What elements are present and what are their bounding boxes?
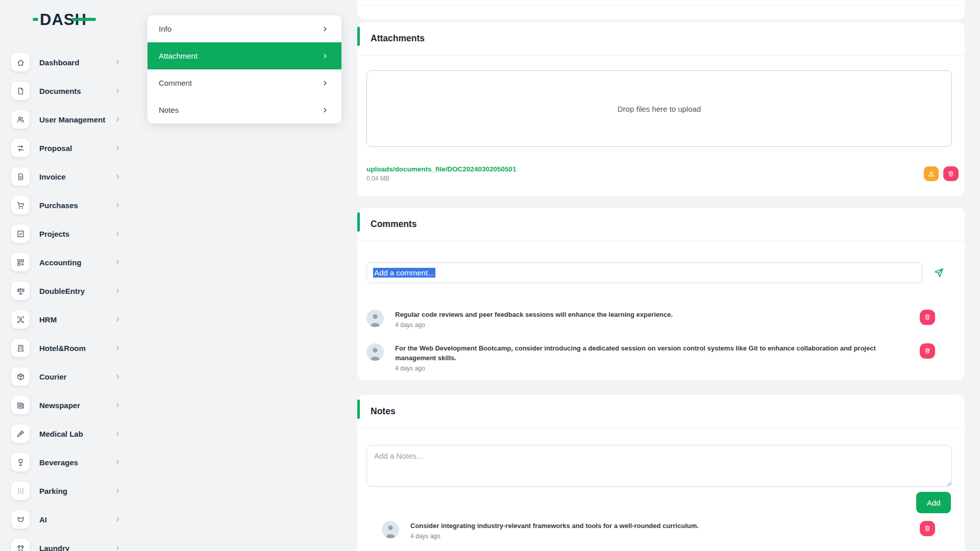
comment-time: 4 days ago xyxy=(395,321,913,329)
comment-input[interactable]: Add a comment... xyxy=(366,262,922,283)
sidebar-item-label: Purchases xyxy=(39,201,78,210)
chevron-right-icon xyxy=(322,80,328,86)
sidebar-item-label: Proposal xyxy=(39,144,72,153)
invoice-icon xyxy=(16,172,25,181)
context-menu-item[interactable]: Attachment xyxy=(148,42,341,69)
sidebar-item[interactable]: Invoice xyxy=(0,162,137,191)
delete-file-button[interactable] xyxy=(943,166,959,181)
sidebar-item[interactable]: AI xyxy=(0,505,137,534)
comment-text: Regular code reviews and peer feedback s… xyxy=(395,310,913,320)
chevron-right-icon xyxy=(115,60,120,65)
sidebar-item-label: Hotel&Room xyxy=(39,344,86,353)
sidebar-item[interactable]: Proposal xyxy=(0,134,137,162)
sidebar-item[interactable]: Laundry xyxy=(0,534,137,551)
parking-icon xyxy=(16,487,25,495)
chevron-right-icon xyxy=(115,231,120,237)
file-row: uploads/documents_file/DOC20240302050501… xyxy=(366,165,959,182)
context-menu: Info Attachment Comment Notes xyxy=(148,15,341,123)
app-logo: DASH xyxy=(33,9,87,30)
chevron-right-icon xyxy=(115,117,120,122)
chevron-right-icon xyxy=(115,374,120,380)
section-title: Comments xyxy=(371,219,416,230)
sidebar-item[interactable]: Documents xyxy=(0,77,137,105)
section-title: Notes xyxy=(371,406,396,417)
trash-icon xyxy=(924,525,931,532)
chevron-right-icon xyxy=(115,431,120,437)
sidebar-item[interactable]: Dashboard xyxy=(0,48,137,77)
notes-header: Notes xyxy=(357,395,965,429)
sidebar-item[interactable]: Beverages xyxy=(0,448,137,477)
chevron-right-icon xyxy=(322,53,328,59)
context-menu-item[interactable]: Notes xyxy=(148,96,341,123)
sidebar-item-label: Dashboard xyxy=(39,58,79,67)
trash-icon xyxy=(947,170,954,178)
comments-header: Comments xyxy=(357,208,965,241)
sidebar-item-label: Courier xyxy=(39,372,66,381)
comment-time: 4 days ago xyxy=(395,365,913,372)
avatar xyxy=(366,310,384,327)
sidebar-item-label: HRM xyxy=(39,315,57,324)
chevron-right-icon xyxy=(115,345,120,351)
context-menu-item[interactable]: Comment xyxy=(148,69,341,96)
comment-input-selected-text: Add a comment... xyxy=(373,268,435,278)
context-menu-item-label: Comment xyxy=(159,79,192,87)
chevron-right-icon xyxy=(115,260,120,265)
building-icon xyxy=(16,344,25,353)
chevron-right-icon xyxy=(322,107,328,113)
package-icon xyxy=(16,372,25,381)
cart-icon xyxy=(16,201,25,210)
sidebar-item[interactable]: HRM xyxy=(0,305,137,334)
file-dropzone[interactable]: Drop files here to upload xyxy=(366,70,952,147)
sidebar-item[interactable]: Accounting xyxy=(0,248,137,277)
sidebar-item-label: DoubleEntry xyxy=(39,287,85,295)
context-menu-item-label: Attachment xyxy=(159,52,198,60)
user-scan-icon xyxy=(16,315,25,324)
section-accent-bar xyxy=(357,212,360,232)
sidebar-item[interactable]: Courier xyxy=(0,362,137,391)
file-link[interactable]: uploads/documents_file/DOC20240302050501 xyxy=(366,165,516,173)
section-accent-bar xyxy=(357,27,360,46)
sidebar-item[interactable]: Newspaper xyxy=(0,391,137,419)
sidebar-item-label: Documents xyxy=(39,87,81,95)
shirt-icon xyxy=(16,544,25,551)
note-text: Consider integrating industry-relevant f… xyxy=(410,521,913,531)
delete-note-button[interactable] xyxy=(920,521,935,536)
notes-section: Notes Add Consider integrating industry-… xyxy=(357,395,965,551)
section-accent-bar xyxy=(357,399,360,419)
sidebar-item-label: AI xyxy=(39,515,47,524)
delete-comment-button[interactable] xyxy=(920,310,935,325)
add-note-button[interactable]: Add xyxy=(916,492,951,513)
document-icon xyxy=(16,87,25,95)
trash-icon xyxy=(924,347,931,355)
chevron-right-icon xyxy=(115,517,120,522)
sidebar-item[interactable]: User Management xyxy=(0,105,137,134)
divider xyxy=(357,5,965,6)
context-menu-item-label: Info xyxy=(159,24,172,33)
sidebar-item-label: Beverages xyxy=(39,458,78,467)
check-square-icon xyxy=(16,230,25,238)
file-size: 0.04 MB xyxy=(366,175,516,182)
sidebar-item[interactable]: DoubleEntry xyxy=(0,277,137,305)
sidebar-item[interactable]: Purchases xyxy=(0,191,137,219)
context-menu-item[interactable]: Info xyxy=(148,15,341,42)
chevron-right-icon xyxy=(115,403,120,408)
send-icon[interactable] xyxy=(934,267,944,278)
sidebar-item-label: Parking xyxy=(39,487,67,495)
notes-input[interactable] xyxy=(366,445,952,487)
sidebar-item[interactable]: Projects xyxy=(0,219,137,248)
delete-comment-button[interactable] xyxy=(920,343,935,359)
avatar xyxy=(366,343,384,361)
sidebar-item[interactable]: Medical Lab xyxy=(0,419,137,448)
swap-icon xyxy=(16,144,25,153)
logo-dash-accent xyxy=(33,18,38,21)
chevron-right-icon xyxy=(322,26,328,32)
newspaper-icon xyxy=(16,401,25,410)
chevron-right-icon xyxy=(115,545,120,551)
sidebar-item[interactable]: Hotel&Room xyxy=(0,334,137,362)
comments-section: Comments Add a comment... Regul xyxy=(357,208,965,380)
sidebar-item[interactable]: Parking xyxy=(0,477,137,505)
chevron-right-icon xyxy=(115,145,120,151)
chevron-right-icon xyxy=(115,88,120,94)
download-button[interactable] xyxy=(924,166,939,181)
note-row: Consider integrating industry-relevant f… xyxy=(382,521,935,540)
